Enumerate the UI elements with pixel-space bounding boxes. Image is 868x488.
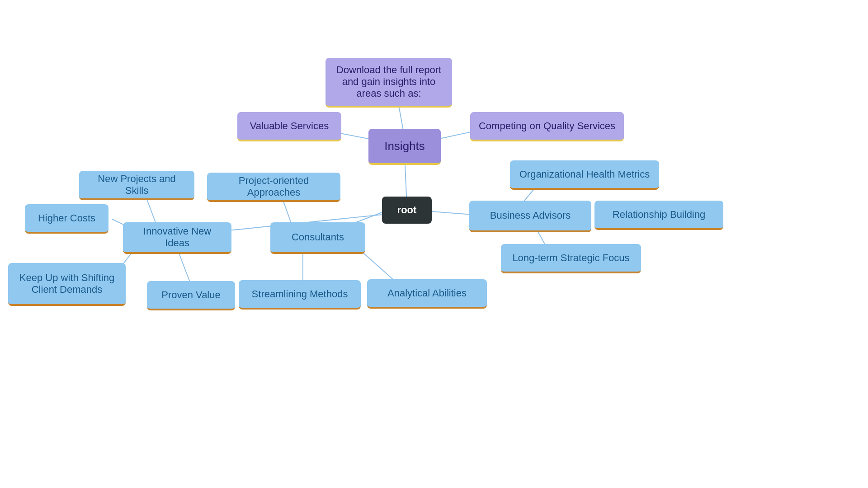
consultants-node: Consultants <box>270 222 365 254</box>
keep-up-node: Keep Up with Shifting Client Demands <box>8 263 126 306</box>
streamlining-node: Streamlining Methods <box>239 280 361 310</box>
valuable-label: Valuable Services <box>250 120 329 132</box>
root-label: root <box>397 204 417 216</box>
consultants-label: Consultants <box>292 231 344 243</box>
org-health-label: Organizational Health Metrics <box>519 169 650 180</box>
competing-label: Competing on Quality Services <box>479 120 615 132</box>
relationship-label: Relationship Building <box>613 209 705 221</box>
keep-up-label: Keep Up with Shifting Client Demands <box>15 272 118 296</box>
proven-value-node: Proven Value <box>147 281 235 310</box>
project-oriented-label: Project-oriented Approaches <box>214 175 333 198</box>
higher-costs-node: Higher Costs <box>25 204 108 234</box>
long-term-node: Long-term Strategic Focus <box>501 244 641 273</box>
streamlining-label: Streamlining Methods <box>252 288 348 300</box>
competing-node: Competing on Quality Services <box>470 112 624 141</box>
insights-label: Insights <box>384 139 425 153</box>
business-advisors-node: Business Advisors <box>469 201 591 232</box>
innovative-label: Innovative New Ideas <box>130 225 224 249</box>
long-term-label: Long-term Strategic Focus <box>512 252 629 264</box>
analytical-label: Analytical Abilities <box>387 287 467 299</box>
analytical-node: Analytical Abilities <box>367 279 487 309</box>
top-report-node: Download the full report and gain insigh… <box>326 58 452 108</box>
insights-node: Insights <box>368 129 441 165</box>
org-health-node: Organizational Health Metrics <box>510 160 659 190</box>
new-projects-label: New Projects and Skills <box>86 173 187 197</box>
project-oriented-node: Project-oriented Approaches <box>207 173 340 202</box>
business-advisors-label: Business Advisors <box>490 210 571 221</box>
innovative-node: Innovative New Ideas <box>123 222 231 254</box>
proven-value-label: Proven Value <box>161 289 220 301</box>
valuable-services-node: Valuable Services <box>237 112 341 141</box>
top-report-label: Download the full report and gain insigh… <box>333 64 445 99</box>
higher-costs-label: Higher Costs <box>38 212 95 224</box>
relationship-node: Relationship Building <box>594 201 723 230</box>
svg-line-13 <box>432 211 472 215</box>
root-node: root <box>382 197 432 224</box>
new-projects-node: New Projects and Skills <box>79 171 194 200</box>
